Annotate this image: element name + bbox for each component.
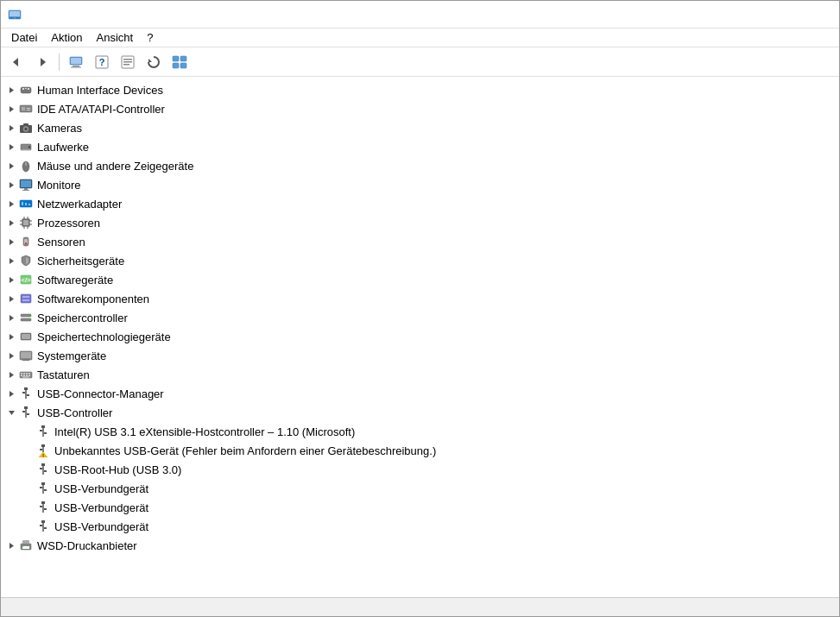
tree-item-drives[interactable]: Laufwerke [1,137,839,156]
menu-ansicht[interactable]: Ansicht [90,29,141,46]
expand-icon[interactable] [4,159,18,173]
system-icon [18,348,34,363]
expand-icon[interactable] [4,368,18,381]
expand-icon[interactable] [4,349,18,362]
tree-item-usbcomp2[interactable]: USB-Verbundgerät [1,498,839,517]
tree-item-storectrl[interactable]: Speichercontroller [1,308,839,327]
collapse-icon[interactable] [4,406,18,419]
tree-item-processors[interactable]: Prozessoren [1,213,839,232]
tree-item-ide[interactable]: IDE ATA/ATAPI-Controller [1,99,839,118]
expand-icon[interactable] [4,235,18,249]
wsd-icon [18,538,34,553]
svg-rect-20 [180,63,186,68]
tree-item-softwarecomp[interactable]: Softwarekomponenten [1,289,839,308]
svg-marker-40 [9,163,14,169]
svg-point-34 [25,128,28,130]
svg-marker-31 [9,125,14,131]
expand-icon[interactable] [4,102,18,116]
properties-button[interactable] [116,51,140,73]
svg-rect-74 [22,296,29,298]
tree-item-cameras[interactable]: Kameras [1,118,839,137]
tree-item-hid[interactable]: Human Interface Devices [1,80,839,99]
menu-aktion[interactable]: Aktion [44,29,89,46]
tree-item-usb31[interactable]: Intel(R) USB 3.1 eXtensible-Hostcontroll… [1,422,839,441]
tree-item-usbcomp3[interactable]: USB-Verbundgerät [1,517,839,536]
update-button[interactable] [142,51,166,73]
expand-icon[interactable] [4,83,18,97]
tree-item-wsd[interactable]: WSD-Druckanbieter [1,536,839,555]
svg-marker-4 [13,58,18,66]
expand-icon[interactable] [4,311,18,324]
close-button[interactable] [793,1,832,28]
svg-marker-53 [9,220,14,226]
menu-datei[interactable]: Datei [4,29,44,46]
tree-item-softwaredev[interactable]: </>Softwaregeräte [1,270,839,289]
tree-item-usbroothub[interactable]: USB-Root-Hub (USB 3.0) [1,460,839,479]
svg-point-23 [22,88,24,90]
back-button[interactable] [4,51,28,73]
toolbar: ? [1,47,839,77]
expand-icon[interactable] [4,140,18,154]
tree-item-usbcomp1[interactable]: USB-Verbundgerät [1,479,839,498]
svg-rect-28 [22,107,25,110]
svg-rect-86 [21,352,31,358]
tree-item-system[interactable]: Systemgeräte [1,346,839,365]
svg-rect-35 [23,123,28,126]
svg-rect-92 [26,373,28,375]
svg-rect-3 [16,17,20,19]
expand-icon[interactable] [4,292,18,305]
svg-rect-38 [22,149,30,150]
expand-icon[interactable] [4,330,18,343]
processors-icon [18,215,34,230]
tree-view[interactable]: Human Interface DevicesIDE ATA/ATAPI-Con… [1,77,839,597]
sensors-icon [18,234,34,249]
mice-icon [18,158,34,173]
content-area: Human Interface DevicesIDE ATA/ATAPI-Con… [1,77,839,597]
expand-icon[interactable] [4,216,18,230]
expand-icon[interactable] [4,538,18,552]
maximize-button[interactable] [753,1,793,28]
tree-item-sensors[interactable]: Sensoren [1,232,839,251]
svg-rect-9 [71,66,81,67]
forward-button[interactable] [30,51,54,73]
svg-rect-102 [22,392,25,393]
usb31-label: Intel(R) USB 3.1 eXtensible-Hostcontroll… [54,425,355,438]
tree-item-usbctrl[interactable]: USB-Controller [1,403,839,422]
svg-rect-13 [123,59,132,60]
svg-rect-112 [44,432,47,434]
svg-rect-95 [23,375,25,377]
tree-item-security[interactable]: Sicherheitsgeräte [1,251,839,270]
computer-button[interactable] [64,51,88,73]
svg-marker-81 [9,334,14,340]
tree-item-network[interactable]: Netzwerkadapter [1,194,839,213]
expand-icon[interactable] [4,121,18,135]
svg-rect-15 [123,64,129,66]
expand-icon[interactable] [4,178,18,192]
svg-rect-115 [40,449,42,450]
tree-item-mice[interactable]: Mäuse und andere Zeigegeräte [1,156,839,175]
keyboards-label: Tastaturen [37,368,90,381]
menu-help[interactable]: ? [140,29,160,46]
ide-label: IDE ATA/ATAPI-Controller [37,103,165,116]
tree-item-monitors[interactable]: Monitore [1,175,839,194]
svg-text:?: ? [99,57,105,67]
svg-marker-5 [41,58,46,66]
cameras-icon [18,120,34,135]
expand-icon[interactable] [4,387,18,400]
minimize-button[interactable] [713,1,753,28]
tree-item-keyboards[interactable]: Tastaturen [1,365,839,384]
svg-marker-36 [9,144,14,150]
monitors-icon [18,177,34,192]
expand-icon[interactable] [4,254,18,268]
help-properties-button[interactable]: ? [90,51,114,73]
usbctrl-icon [18,405,34,420]
svg-rect-73 [21,294,31,303]
svg-marker-64 [9,239,14,245]
expand-icon[interactable] [4,197,18,211]
expand-icon[interactable] [4,273,18,286]
tree-item-storetech[interactable]: Speichertechnologiegeräte [1,327,839,346]
tree-item-usbunknown[interactable]: !Unbekanntes USB-Gerät (Fehler beim Anfo… [1,441,839,460]
svg-rect-2 [9,17,14,19]
tree-item-usbconn[interactable]: USB-Connector-Manager [1,384,839,403]
device-mgr-button[interactable] [167,51,192,73]
